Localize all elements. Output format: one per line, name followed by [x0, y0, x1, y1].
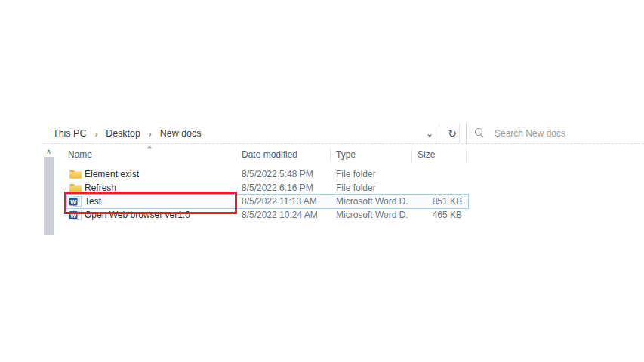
- file-size: [411, 181, 462, 195]
- column-header-row: Name ⌃ Date modified Type Size: [0, 147, 644, 162]
- file-size: 465 KB: [411, 208, 462, 222]
- breadcrumb-separator-icon: ›: [142, 127, 159, 138]
- chevron-down-icon: ⌄: [426, 128, 433, 139]
- toolbar-divider-line: [43, 143, 644, 144]
- search-input[interactable]: [493, 127, 624, 140]
- column-header-type[interactable]: Type: [336, 147, 408, 162]
- file-size: 851 KB: [411, 195, 462, 208]
- column-divider: [236, 148, 236, 161]
- column-divider: [330, 148, 331, 161]
- breadcrumb-separator-icon: ›: [88, 127, 104, 138]
- annotation-rectangle: [64, 192, 237, 214]
- address-bar: This PC › Desktop › New docs ⌄ ↻: [43, 123, 644, 143]
- address-dropdown-button[interactable]: ⌄: [419, 123, 440, 143]
- column-header-date-modified[interactable]: Date modified: [242, 147, 325, 162]
- scrollbar-thumb[interactable]: [44, 157, 54, 235]
- breadcrumb-this-pc[interactable]: This PC: [51, 128, 88, 139]
- column-divider: [411, 148, 412, 161]
- toolbar-divider: [439, 124, 439, 143]
- breadcrumb: This PC › Desktop › New docs: [51, 123, 203, 143]
- file-type: File folder: [336, 167, 408, 181]
- breadcrumb-new-docs[interactable]: New docs: [159, 128, 203, 139]
- file-type: File folder: [336, 181, 408, 195]
- sort-ascending-icon: ⌃: [146, 146, 153, 155]
- file-row-element-exist[interactable]: Element exist 8/5/2022 5:48 PM File fold…: [60, 167, 483, 181]
- column-header-size[interactable]: Size: [418, 147, 463, 162]
- column-divider: [466, 148, 467, 161]
- folder-icon: [69, 169, 82, 179]
- file-date-modified: 8/5/2022 11:13 AM: [242, 195, 326, 208]
- file-date-modified: 8/5/2022 6:16 PM: [242, 181, 326, 195]
- breadcrumb-desktop[interactable]: Desktop: [104, 128, 142, 139]
- file-type: Microsoft Word D...: [336, 195, 408, 208]
- file-name: Element exist: [85, 167, 228, 181]
- search-box: [466, 123, 644, 143]
- file-explorer-window: This PC › Desktop › New docs ⌄ ↻ ∧ Name …: [0, 0, 644, 362]
- search-icon: [475, 128, 485, 138]
- refresh-icon: ↻: [448, 127, 457, 140]
- file-date-modified: 8/5/2022 5:48 PM: [242, 167, 326, 181]
- toolbar-divider: [459, 124, 460, 143]
- file-size: [411, 167, 462, 181]
- file-type: Microsoft Word D...: [336, 208, 408, 222]
- file-date-modified: 8/5/2022 10:24 AM: [242, 208, 326, 222]
